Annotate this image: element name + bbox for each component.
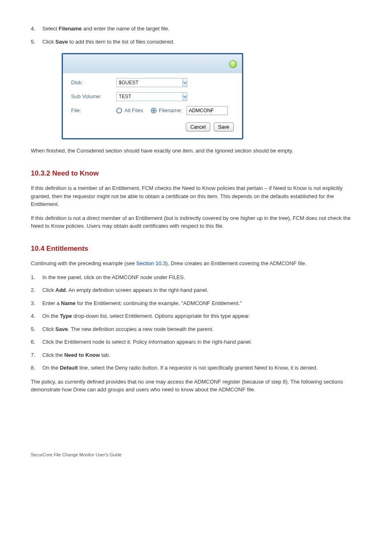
paragraph: Continuing with the preceding example (s…	[31, 259, 361, 268]
step-item: 7. Click the Need to Know tab.	[31, 351, 361, 359]
step-text: In the tree panel, click on the ADMCONF …	[42, 273, 361, 282]
step-item: 2. Click Add. An empty definition screen…	[31, 286, 361, 294]
disk-input[interactable]	[116, 78, 182, 87]
step-number: 3.	[31, 299, 42, 308]
file-row: File: All Files Filename:	[71, 105, 234, 116]
step-item: 5. Click Save to add this item to the li…	[31, 38, 361, 46]
step-text: Click the Need to Know tab.	[42, 351, 361, 359]
step-text: Click Save. The new definition occupies …	[42, 325, 361, 333]
step-number: 2.	[31, 286, 42, 294]
disk-combo[interactable]	[116, 78, 163, 87]
section-heading: 10.4 Entitlements	[31, 243, 361, 254]
paragraph: If this definition is a member of an Ent…	[31, 184, 361, 208]
step-item: 5. Click Save. The new definition occupi…	[31, 325, 361, 333]
step-number: 4.	[31, 312, 42, 320]
step-number: 5.	[31, 38, 42, 46]
filename-input[interactable]	[187, 106, 228, 115]
step-number: 5.	[31, 325, 42, 333]
filename-radio[interactable]	[151, 108, 157, 113]
sub-volume-row: Sub Volume:	[71, 91, 234, 102]
dialog-header: ?	[63, 54, 242, 73]
page-footer: SecurCore File Change Monitor User's Gui…	[31, 451, 361, 458]
chevron-down-icon	[183, 95, 187, 98]
dialog-button-row: Cancel Save	[71, 123, 234, 132]
step-text: Enter a Name for the Entitlement; contin…	[42, 299, 361, 308]
paragraph: If this definition is not a direct membe…	[31, 214, 361, 230]
dialog: ? Disk: Sub Volume:	[62, 53, 243, 139]
paragraph: When finished, the Considered section sh…	[31, 147, 361, 155]
step-item: 1. In the tree panel, click on the ADMCO…	[31, 273, 361, 282]
section-heading: 10.3.2 Need to Know	[31, 168, 361, 179]
section-link[interactable]: Section 10.3	[136, 260, 166, 266]
dialog-screenshot: ? Disk: Sub Volume:	[62, 53, 361, 139]
step-text: Click the Entitlement node to select it.…	[42, 338, 361, 346]
file-radio-group: All Files Filename:	[116, 106, 228, 115]
step-text: Click Add. An empty definition screen ap…	[42, 286, 361, 294]
save-button[interactable]: Save	[214, 123, 234, 132]
step-text: On the Type drop-down list, select Entit…	[42, 312, 361, 320]
step-item: 6. Click the Entitlement node to select …	[31, 338, 361, 346]
disk-label: Disk:	[71, 79, 116, 87]
cancel-button[interactable]: Cancel	[186, 123, 210, 132]
sub-volume-label: Sub Volume:	[71, 92, 116, 101]
disk-row: Disk:	[71, 77, 234, 88]
step-text: On the Default line, select the Deny rad…	[42, 364, 361, 372]
step-item: 4. On the Type drop-down list, select En…	[31, 312, 361, 320]
sub-volume-input[interactable]	[116, 92, 182, 101]
help-icon[interactable]: ?	[229, 60, 237, 68]
sub-volume-combo[interactable]	[116, 92, 163, 101]
step-item: 8. On the Default line, select the Deny …	[31, 364, 361, 372]
chevron-down-icon	[183, 81, 187, 84]
step-number: 6.	[31, 338, 42, 346]
step-text: Click Save to add this item to the list …	[42, 38, 361, 46]
step-number: 4.	[31, 25, 42, 33]
paragraph: The policy, as currently defined provide…	[31, 378, 361, 394]
all-files-radio[interactable]	[116, 108, 122, 113]
dialog-body: Disk: Sub Volume:	[63, 73, 242, 138]
step-number: 7.	[31, 351, 42, 359]
step-number: 1.	[31, 273, 42, 282]
step-number: 8.	[31, 364, 42, 372]
step-item: 4. Select Filename and enter the name of…	[31, 25, 361, 33]
disk-dropdown-button[interactable]	[182, 78, 187, 87]
page-content: 4. Select Filename and enter the name of…	[0, 0, 392, 483]
sub-volume-dropdown-button[interactable]	[182, 92, 187, 101]
filename-radio-label: Filename:	[159, 106, 182, 115]
file-label: File:	[71, 106, 116, 115]
step-item: 3. Enter a Name for the Entitlement; con…	[31, 299, 361, 308]
all-files-radio-label: All Files	[125, 106, 143, 115]
step-text: Select Filename and enter the name of th…	[42, 25, 361, 33]
